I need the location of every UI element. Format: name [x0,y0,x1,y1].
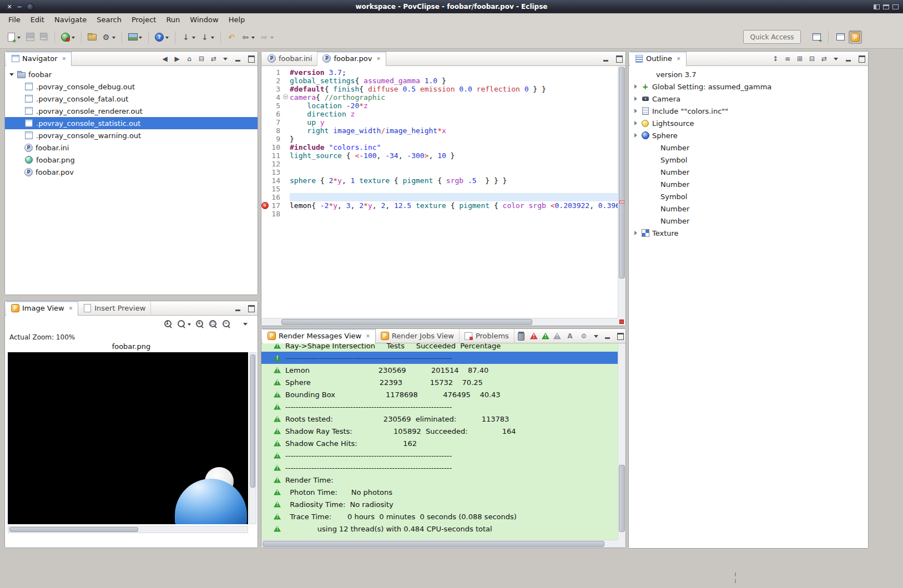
tab-insert-preview[interactable]: Insert Preview [78,301,151,316]
code-line[interactable]: 12 [261,160,618,168]
message-row[interactable]: !Ray->Shape Intersection Tests Succeeded… [261,343,618,352]
expand-arrow-icon[interactable] [634,97,639,101]
minimize-icon[interactable] [844,54,854,63]
sash-handle[interactable] [735,572,736,576]
close-icon[interactable]: ✕ [69,306,73,311]
zoom-in-button[interactable]: + [194,317,206,331]
view-menu-icon[interactable] [222,55,230,63]
minimize-icon[interactable] [234,304,243,312]
minimize-icon[interactable] [602,54,611,63]
outline-item[interactable]: Sphere [629,129,868,141]
abort-render-button[interactable]: A [563,330,577,343]
navigator-item[interactable]: .povray_console_renderer.out [5,105,258,117]
outline-item[interactable]: Number [629,215,868,227]
navigator-item[interactable]: foobar [5,68,258,80]
next-annotation-button[interactable]: ↓ [179,31,198,44]
menu-project[interactable]: Project [127,14,161,25]
scrollbar-thumb[interactable] [263,541,604,547]
outline-item[interactable]: Number [629,178,868,190]
menu-run[interactable]: Run [161,14,185,25]
collapse-all-icon[interactable]: ⊟ [806,53,818,64]
filter-icon[interactable]: ≡ [782,53,793,64]
expand-arrow-icon[interactable] [634,133,639,138]
save-all-button[interactable] [37,31,51,44]
message-row[interactable]: ! using 12 thread(s) with 0.484 CPU-seco… [261,523,618,535]
forward-button[interactable]: ⇨ [258,31,276,44]
outline-item[interactable]: Lightsource [629,117,868,129]
quick-access-box[interactable]: Quick Access [743,30,801,44]
new-button[interactable] [4,31,23,44]
minimize-icon[interactable] [603,332,612,340]
message-row[interactable]: !Shadow Cache Hits: 162 [261,437,618,449]
navigator-item[interactable]: foobar.png [5,154,258,166]
message-row[interactable]: !Sphere 22393 15732 70.25 [261,376,618,388]
close-icon[interactable]: ✕ [62,56,67,62]
outline-item[interactable]: Symbol [629,154,868,166]
navigator-item[interactable]: .povray_console_debug.out [5,80,258,93]
code-editor[interactable]: 1#version 3.7;2global_settings{ assumed_… [261,66,618,318]
back-button[interactable]: ⇦ [239,31,257,44]
tab-foobar-ini[interactable]: foobar.ini [263,52,317,66]
pov-tools-button[interactable]: ⚙ [99,31,118,44]
menu-edit[interactable]: Edit [26,14,49,25]
error-overview-marker[interactable] [619,200,624,204]
tray-icon-3[interactable] [892,4,899,9]
maximize-icon[interactable] [857,54,866,63]
close-icon[interactable]: ✕ [376,56,381,62]
tab-problems[interactable]: Problems [460,329,514,343]
insert-template-button[interactable] [126,31,144,44]
scrollbar-thumb[interactable] [9,527,138,532]
tray-icon-2[interactable] [883,4,889,9]
menu-navigate[interactable]: Navigate [49,14,92,25]
save-button[interactable] [23,31,37,44]
prev-annotation-button[interactable]: ↓ [198,31,216,44]
statistic-filter-button[interactable]: ! [552,330,563,343]
menu-file[interactable]: File [3,14,26,25]
expand-arrow-icon[interactable] [634,121,639,125]
outline-item[interactable]: Number [629,202,868,215]
code-line[interactable]: 14sphere { 2*y, 1 texture { pigment { sr… [261,176,618,185]
navigator-item[interactable]: foobar.pov [5,166,258,178]
expand-all-icon[interactable]: ⊞ [794,53,805,64]
tab-foobar-pov[interactable]: foobar.pov ✕ [317,52,386,66]
message-row[interactable]: !Bounding Box 1178698 476495 40.43 [261,388,618,401]
view-menu-icon[interactable] [833,55,840,63]
outline-item[interactable]: version 3.7 [629,68,868,80]
close-icon[interactable]: ✕ [366,333,370,339]
povclipse-perspective-button[interactable] [849,31,862,44]
maximize-icon[interactable] [616,332,624,340]
open-perspective-button[interactable] [810,31,823,44]
navigator-item[interactable]: .povray_console_warning.out [5,129,258,141]
minimize-icon[interactable] [234,54,243,63]
message-row[interactable]: !Render Time: [261,474,618,486]
tab-render-messages[interactable]: Render Messages View ✕ [263,329,376,343]
message-row[interactable]: !---------------------------------------… [261,449,618,462]
sort-icon[interactable]: ↕ [770,53,781,64]
view-menu-icon[interactable] [242,320,250,328]
remove-all-button[interactable] [514,330,528,343]
close-icon[interactable]: ✕ [677,56,681,62]
sash-handle[interactable] [735,579,736,583]
code-line[interactable]: 8 right image_width/image_height*x [261,126,618,135]
scrollbar-thumb[interactable] [619,67,625,278]
resource-perspective-button[interactable] [834,31,847,44]
navigator-item[interactable]: foobar.ini [5,141,258,154]
warning-filter-button[interactable]: ! [540,330,551,343]
code-line[interactable]: 2global_settings{ assumed_gamma 1.0 } [261,77,618,85]
tray-icon-1[interactable] [874,4,880,9]
scrollbar-thumb[interactable] [619,465,625,531]
forward-icon[interactable]: ▶ [171,53,183,64]
message-row[interactable]: !---------------------------------------… [261,352,618,364]
maximize-icon[interactable] [246,54,256,63]
maximize-icon[interactable] [614,54,624,63]
settings-button[interactable]: ⚙ [577,330,591,343]
scrollbar-thumb[interactable] [281,319,532,325]
zoom-level-button[interactable] [175,317,193,331]
collapse-all-icon[interactable]: ⊟ [196,53,207,64]
link-with-editor-icon[interactable]: ⇄ [819,53,830,64]
menu-window[interactable]: Window [185,14,223,25]
code-line[interactable]: 16 [261,193,618,201]
zoom-out-button[interactable]: − [220,317,233,331]
pov-help-button[interactable] [153,31,171,44]
outline-item[interactable]: Include ""colors.inc"" [629,105,868,117]
